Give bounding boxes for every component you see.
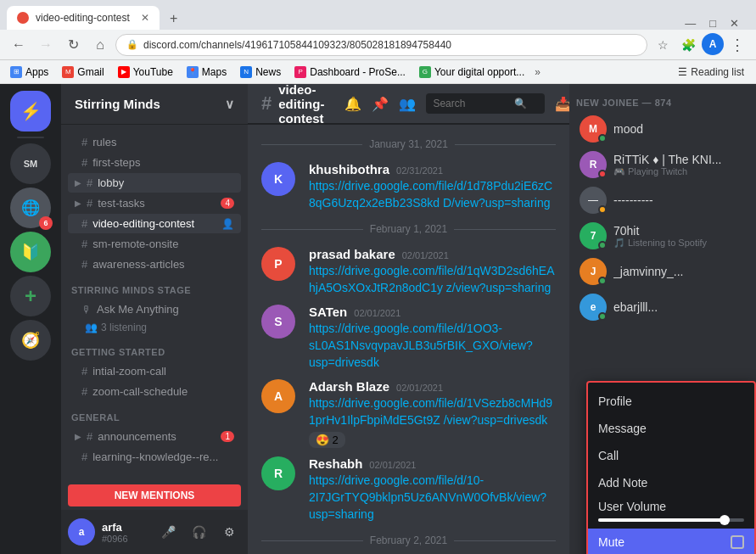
maximize-button[interactable]: □	[709, 17, 716, 30]
new-tab-button[interactable]: +	[163, 8, 184, 30]
member-item-jamvinny[interactable]: J _jamvinny_...	[573, 255, 753, 288]
member-item-mood[interactable]: M mood	[573, 112, 753, 146]
channel-item-learning[interactable]: # learning--knowledge--re...	[68, 447, 241, 467]
active-tab[interactable]: video-editing-contest ✕	[7, 6, 160, 30]
username: arfa	[102, 521, 149, 534]
messages-area: January 31, 2021 K khushibothra 02/31/20…	[248, 125, 569, 554]
msg-author-1[interactable]: khushibothra	[309, 162, 389, 176]
bookmark-youtube-label: YouTube	[133, 66, 173, 78]
bookmark-dashboard[interactable]: P Dashboard - ProSe...	[291, 64, 409, 80]
address-bar[interactable]: 🔒 discord.com/channels/41961710584410932…	[115, 34, 647, 56]
volume-slider-thumb[interactable]	[720, 515, 730, 525]
bookmark-youtube[interactable]: ▶ YouTube	[115, 64, 176, 80]
avatar: a	[68, 518, 95, 546]
channels-list: # rules # first-steps ▶ # lobby ▶ # test…	[61, 125, 248, 481]
msg-text-2: https://drive.google.com/file/d/1qW3D2sd…	[309, 263, 556, 296]
pin-icon[interactable]: 📌	[372, 96, 389, 112]
notification-icon[interactable]: 🔔	[344, 96, 361, 112]
mute-checkbox[interactable]	[731, 535, 744, 549]
deafen-button[interactable]: 🎧	[187, 520, 210, 544]
members-icon[interactable]: 👥	[399, 96, 416, 112]
server-icon-1[interactable]: SM	[10, 143, 51, 184]
channel-item-announcements[interactable]: ▶ # announcements 1	[68, 427, 241, 446]
member-item-ebarjlll[interactable]: e ebarjlll...	[573, 290, 753, 324]
explore-servers-button[interactable]: 🧭	[10, 320, 51, 361]
channel-name: video-editing-contest	[278, 82, 324, 126]
back-button[interactable]: ←	[7, 33, 31, 57]
member-item-70hit[interactable]: 7 70hit 🎵 Listening to Spotify	[573, 219, 753, 253]
member-item-dash[interactable]: — ----------	[573, 183, 753, 217]
channel-item-zoom-schedule[interactable]: # zoom-call-schedule	[68, 382, 241, 401]
member-name-mood: mood	[613, 122, 746, 136]
close-button[interactable]: ✕	[730, 17, 739, 30]
ctx-item-mute[interactable]: Mute	[588, 529, 754, 554]
server-icon-3[interactable]: 🔰	[10, 232, 51, 272]
ctx-item-add-note[interactable]: Add Note	[588, 469, 754, 496]
channel-item-awareness[interactable]: # awareness-articles	[68, 255, 241, 274]
bookmark-news[interactable]: N News	[237, 64, 284, 80]
reading-list-button[interactable]: ☰ Reading list	[673, 64, 749, 80]
server-icon-discord[interactable]: ⚡	[10, 91, 51, 132]
mute-button[interactable]: 🎤	[156, 520, 180, 544]
extensions-button[interactable]: 🧩	[676, 33, 700, 57]
getting-started-category: GETTING STARTED	[61, 337, 248, 361]
channel-item-test-tasks[interactable]: ▶ # test-tasks 4	[68, 193, 241, 213]
tab-favicon	[17, 12, 29, 24]
channel-item-video-editing[interactable]: # video-editing-contest 👤	[68, 214, 241, 233]
ctx-item-profile[interactable]: Profile	[588, 388, 754, 415]
channel-item-lobby[interactable]: ▶ # lobby	[68, 173, 241, 193]
msg-reaction-4[interactable]: 😍 2	[309, 432, 345, 448]
add-server-button[interactable]: +	[10, 276, 51, 316]
stage-listeners: 👥 3 listening	[61, 320, 248, 337]
more-bookmarks-button[interactable]: »	[535, 66, 540, 78]
member-name-70hit: 70hit	[613, 224, 746, 238]
channel-item-sm-remote[interactable]: # sm-remote-onsite	[68, 234, 241, 254]
settings-button[interactable]: ⚙	[217, 520, 241, 544]
date-divider-jan31: January 31, 2021	[248, 132, 569, 157]
date-text-feb1: February 1, 2021	[370, 223, 447, 235]
channel-sidebar: Stirring Minds ∨ # rules # first-steps ▶…	[61, 84, 248, 554]
channel-announcements-label: announcements	[98, 430, 176, 443]
msg-avatar-1: K	[261, 162, 295, 196]
msg-author-2[interactable]: prasad bakare	[309, 247, 395, 261]
profile-button[interactable]: A	[702, 33, 724, 55]
toolbar-icons: ☆ 🧩 A ⋮	[651, 33, 749, 57]
msg-author-5[interactable]: Reshabh	[309, 456, 362, 471]
channel-item-stage[interactable]: 🎙 Ask Me Anything	[68, 299, 241, 319]
msg-author-4[interactable]: Adarsh Blaze	[309, 379, 389, 394]
member-name-ebarjlll: ebarjlll...	[613, 300, 746, 314]
members-category-label: NEW JOINEE — 874	[569, 84, 756, 111]
channel-item-rules[interactable]: # rules	[68, 132, 241, 152]
bookmark-gmail[interactable]: M Gmail	[59, 64, 107, 80]
channel-rules-label: rules	[92, 136, 116, 148]
new-mentions-button[interactable]: NEW MENTIONS	[68, 484, 241, 506]
search-input[interactable]	[433, 98, 509, 109]
msg-text-1: https://drive.google.com/file/d/1d78Pdu2…	[309, 178, 556, 211]
server-header[interactable]: Stirring Minds ∨	[61, 84, 248, 125]
search-bar[interactable]: 🔍	[426, 93, 545, 114]
channel-learning-label: learning--knowledge--re...	[92, 450, 218, 463]
ctx-item-message[interactable]: Message	[588, 415, 754, 442]
channel-awareness-label: awareness-articles	[92, 258, 184, 271]
member-activity-70hit: 🎵 Listening to Spotify	[613, 238, 746, 249]
member-item-rittik[interactable]: R RiTTiK ♦ | The KNI... 🎮 Playing Twitch	[573, 148, 753, 182]
tab-close-icon[interactable]: ✕	[141, 12, 149, 24]
menu-button[interactable]: ⋮	[725, 33, 749, 57]
msg-author-3[interactable]: SATen	[309, 305, 347, 319]
server-icon-2[interactable]: 🌐 6	[10, 187, 51, 228]
minimize-button[interactable]: —	[685, 17, 696, 30]
bookmark-star-button[interactable]: ☆	[651, 33, 675, 57]
forward-button[interactable]: →	[34, 33, 58, 57]
reload-button[interactable]: ↻	[61, 33, 85, 57]
volume-slider-track[interactable]	[598, 518, 744, 522]
ctx-item-call[interactable]: Call	[588, 442, 754, 469]
bookmark-apps[interactable]: ⊞ Apps	[7, 64, 52, 80]
channel-item-zoom-call[interactable]: # intial-zoom-call	[68, 361, 241, 381]
date-divider-feb2: February 2, 2021	[248, 528, 569, 553]
bookmark-digital[interactable]: G Your digital opport...	[416, 64, 528, 80]
channel-item-first-steps[interactable]: # first-steps	[68, 153, 241, 172]
channel-zoom-schedule-label: zoom-call-schedule	[92, 385, 188, 398]
home-button[interactable]: ⌂	[88, 33, 112, 57]
bookmark-maps[interactable]: 📍 Maps	[183, 64, 230, 80]
message-group-5: R Reshabh 02/01/2021 https://drive.googl…	[248, 453, 569, 526]
